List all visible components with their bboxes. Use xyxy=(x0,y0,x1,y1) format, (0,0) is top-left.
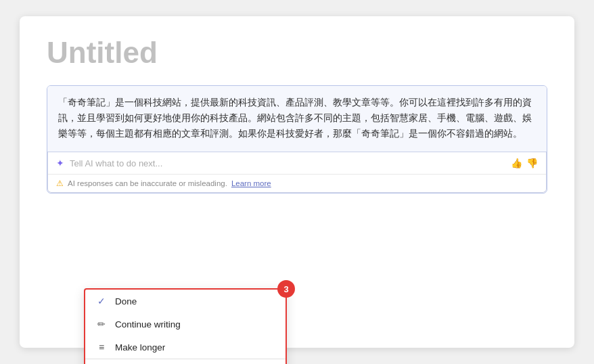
learn-more-link[interactable]: Learn more xyxy=(231,179,271,187)
ai-input-placeholder[interactable]: Tell AI what to do next... xyxy=(70,158,511,168)
done-icon: ✓ xyxy=(96,296,107,306)
badge: 3 xyxy=(277,280,295,298)
menu-item-done[interactable]: ✓ Done xyxy=(85,290,285,313)
dropdown-menu: 3 ✓ Done ✏ Continue writing ≡ Make longe… xyxy=(84,288,287,364)
make-longer-label: Make longer xyxy=(115,342,275,352)
menu-item-make-longer[interactable]: ≡ Make longer xyxy=(85,336,285,359)
content-area: 「奇奇筆記」是一個科技網站，提供最新的科技資訊、產品評測、教學文章等等。你可以在… xyxy=(47,85,547,194)
content-text: 「奇奇筆記」是一個科技網站，提供最新的科技資訊、產品評測、教學文章等等。你可以在… xyxy=(58,95,536,142)
continue-writing-icon: ✏ xyxy=(96,319,107,329)
make-longer-icon: ≡ xyxy=(96,342,107,352)
ai-panel: 「奇奇筆記」是一個科技網站，提供最新的科技資訊、產品評測、教學文章等等。你可以在… xyxy=(47,85,547,194)
ai-warning-text: AI responses can be inaccurate or mislea… xyxy=(68,179,227,187)
ai-warning-row: ⚠ AI responses can be inaccurate or misl… xyxy=(48,175,546,192)
feedback-icons: 👍 👎 xyxy=(511,158,538,168)
spark-icon: ✦ xyxy=(56,158,64,168)
done-label: Done xyxy=(115,296,275,306)
menu-item-continue-writing[interactable]: ✏ Continue writing xyxy=(85,313,285,336)
warning-icon: ⚠ xyxy=(56,179,64,188)
ai-input-row[interactable]: ✦ Tell AI what to do next... 👍 👎 xyxy=(48,152,546,175)
page-title: Untitled xyxy=(47,37,547,69)
page-container: Untitled 「奇奇筆記」是一個科技網站，提供最新的科技資訊、產品評測、教學… xyxy=(20,16,574,348)
continue-writing-label: Continue writing xyxy=(115,319,275,329)
thumbs-up-icon[interactable]: 👍 xyxy=(511,158,522,168)
content-box: 「奇奇筆記」是一個科技網站，提供最新的科技資訊、產品評測、教學文章等等。你可以在… xyxy=(47,86,547,152)
ai-input-area: ✦ Tell AI what to do next... 👍 👎 ⚠ AI re… xyxy=(47,152,547,193)
thumbs-down-icon[interactable]: 👎 xyxy=(526,158,538,168)
menu-item-try-again[interactable]: ↺ Try again xyxy=(85,359,285,364)
